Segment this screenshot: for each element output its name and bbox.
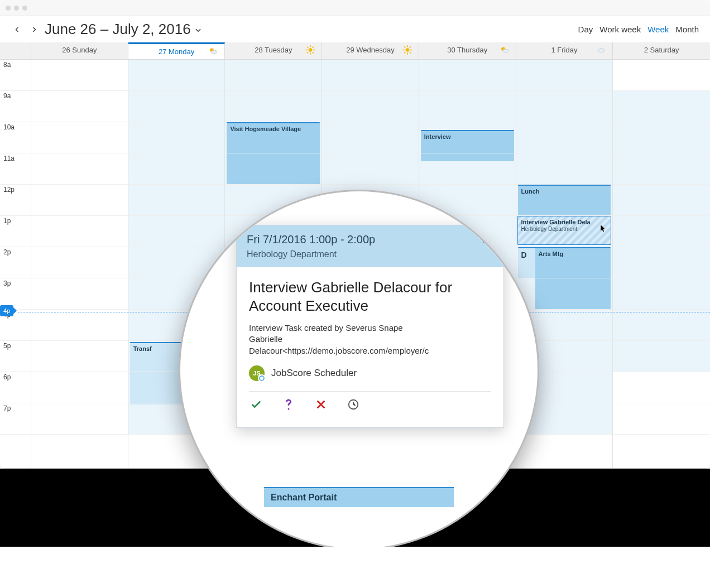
day-header[interactable]: 26 Sunday xyxy=(31,42,128,59)
view-day[interactable]: Day xyxy=(578,25,593,34)
desc-line: Delacour<https://demo.jobscore.com/emplo… xyxy=(249,346,429,355)
view-week[interactable]: Week xyxy=(647,25,669,34)
day-header[interactable]: 2 Saturday xyxy=(613,42,710,59)
background-event[interactable]: Enchant Portait xyxy=(264,487,454,507)
view-workweek[interactable]: Work week xyxy=(599,25,641,34)
svg-line-16 xyxy=(404,47,405,48)
day-header[interactable]: 29 Wednesday xyxy=(322,42,419,59)
time-label: 11a xyxy=(0,153,31,185)
chevron-right-icon xyxy=(31,26,37,33)
accept-button[interactable] xyxy=(250,398,262,413)
day-header[interactable]: 1 Friday xyxy=(516,42,613,59)
time-label: 1p xyxy=(0,216,31,247)
time-label: 9a xyxy=(0,91,31,122)
traffic-dot xyxy=(14,6,19,11)
day-label: 2 Saturday xyxy=(644,46,679,54)
svg-line-19 xyxy=(410,47,411,48)
svg-line-17 xyxy=(410,52,411,53)
date-range-label: June 26 – July 2, 2016 xyxy=(45,21,191,38)
sunny-icon xyxy=(305,45,316,57)
presence-icon xyxy=(258,374,266,382)
day-label: 30 Thursday xyxy=(447,46,487,54)
day-label: 29 Wednesday xyxy=(346,46,395,54)
time-label: 10a xyxy=(0,122,31,153)
popup-location: Herbology Department xyxy=(247,249,375,259)
view-switcher: Day Work week Week Month xyxy=(578,25,699,34)
time-label: 12p xyxy=(0,185,31,216)
chevron-down-icon xyxy=(194,26,202,34)
time-label: 7p xyxy=(0,403,31,435)
day-label: 1 Friday xyxy=(551,46,577,54)
time-label: 2p xyxy=(0,247,31,278)
nav-group: June 26 – July 2, 2016 xyxy=(11,21,202,38)
svg-line-7 xyxy=(307,47,308,48)
magnifier-overlay: Fri 7/1/2016 1:00p - 2:00p Herbology Dep… xyxy=(179,190,539,547)
svg-point-25 xyxy=(288,408,290,410)
clock-icon xyxy=(347,398,359,411)
svg-point-21 xyxy=(502,49,508,52)
window-titlebar xyxy=(0,0,710,16)
calendar-header: June 26 – July 2, 2016 Day Work week Wee… xyxy=(0,16,710,42)
day-header[interactable]: 28 Tuesday xyxy=(225,42,322,59)
check-icon xyxy=(250,398,262,411)
svg-point-11 xyxy=(406,48,410,52)
day-header-today[interactable]: 27 Monday xyxy=(128,42,226,59)
sunny-icon xyxy=(402,45,413,57)
desc-line: Gabrielle xyxy=(249,334,282,344)
traffic-dot xyxy=(22,6,27,11)
day-label: 26 Sunday xyxy=(62,46,97,54)
svg-line-9 xyxy=(307,52,308,53)
organizer-row: JS JobScore Scheduler xyxy=(249,365,491,381)
traffic-dot xyxy=(6,6,11,11)
question-icon xyxy=(282,398,295,411)
decline-button[interactable] xyxy=(315,398,327,413)
partly-sunny-icon xyxy=(499,45,510,57)
propose-time-button[interactable] xyxy=(347,398,359,413)
popup-header: Fri 7/1/2016 1:00p - 2:00p Herbology Dep… xyxy=(237,225,503,267)
popup-datetime: Fri 7/1/2016 1:00p - 2:00p xyxy=(247,233,375,246)
svg-point-1 xyxy=(212,50,217,54)
chevron-left-icon xyxy=(14,26,21,33)
avatar: JS xyxy=(249,365,265,381)
event-popup: Fri 7/1/2016 1:00p - 2:00p Herbology Dep… xyxy=(236,225,504,428)
cloudy-icon xyxy=(596,45,607,57)
time-gutter: 8a 9a 10a 11a 12p 1p 2p 3p 4p 5p 6p 7p xyxy=(0,60,31,468)
popup-separator xyxy=(249,391,491,392)
prev-week-button[interactable] xyxy=(11,23,23,36)
view-month[interactable]: Month xyxy=(675,25,699,34)
svg-line-18 xyxy=(404,52,405,53)
date-range-dropdown[interactable]: June 26 – July 2, 2016 xyxy=(45,21,202,38)
svg-line-10 xyxy=(313,47,314,48)
day-label: 28 Tuesday xyxy=(255,46,292,54)
partly-sunny-icon xyxy=(208,45,219,58)
organizer-name: JobScore Scheduler xyxy=(271,368,357,379)
gutter-header xyxy=(0,42,31,59)
next-week-button[interactable] xyxy=(28,23,40,36)
day-header-row: 26 Sunday 27 Monday 28 Tuesday 29 Wednes… xyxy=(0,42,710,60)
popup-body: Interview Gabrielle Delacour for Account… xyxy=(237,267,503,427)
day-header[interactable]: 30 Thursday xyxy=(419,42,516,59)
now-time-badge: 4p xyxy=(0,305,13,316)
desc-line: Interview Task created by Severus Snape xyxy=(249,323,403,332)
popup-description: Interview Task created by Severus Snape … xyxy=(249,322,491,356)
rsvp-actions xyxy=(249,398,491,416)
svg-point-2 xyxy=(309,48,313,52)
event-title: Enchant Portait xyxy=(271,493,337,502)
popup-title: Interview Gabrielle Delacour for Account… xyxy=(249,278,491,315)
day-column-sun[interactable] xyxy=(31,60,128,468)
time-label: 6p xyxy=(0,372,31,403)
tentative-button[interactable] xyxy=(282,398,295,413)
svg-point-22 xyxy=(598,49,605,52)
svg-line-8 xyxy=(313,52,314,53)
time-label: 8a xyxy=(0,60,31,91)
day-column-sat[interactable] xyxy=(613,60,710,468)
time-label: 5p xyxy=(0,341,31,372)
day-label: 27 Monday xyxy=(159,47,194,56)
x-icon xyxy=(315,398,327,411)
